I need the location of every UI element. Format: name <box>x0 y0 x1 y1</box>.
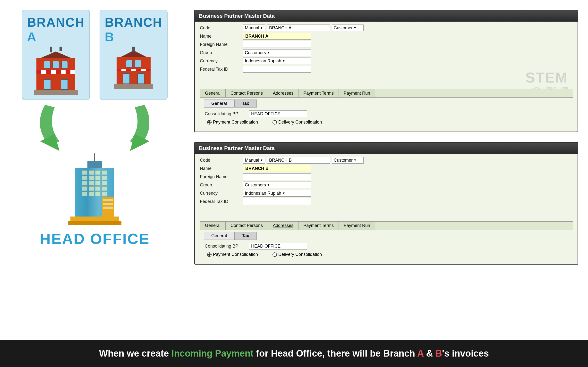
foreign-name-label-2: Foreign Name <box>200 174 241 179</box>
code-select-1[interactable]: Manual ▼ <box>243 25 265 31</box>
branches-row: BRANCH A <box>10 10 180 100</box>
group-select-2[interactable]: Customers ▼ <box>243 182 311 188</box>
dropdown-arrow-2: ▼ <box>260 158 263 162</box>
foreign-name-row-1: Foreign Name <box>200 41 573 48</box>
window <box>126 60 133 67</box>
ho-base2 <box>68 221 121 225</box>
tab-general-2[interactable]: General <box>200 222 226 230</box>
svg-marker-0 <box>40 134 60 151</box>
type-select-2[interactable]: Customer ▼ <box>332 157 364 164</box>
currency-label-1: Currency <box>200 58 241 64</box>
name-row-1: Name BRANCH A <box>200 33 573 40</box>
consolidating-input-1[interactable]: HEAD OFFICE <box>249 110 307 117</box>
consolidating-input-2[interactable]: HEAD OFFICE <box>249 243 307 250</box>
ho-windows-1 <box>77 170 112 175</box>
bp-form-1: Code Manual ▼ BRANCH A Customer ▼ Nam <box>195 22 578 132</box>
branch-b-code-input[interactable]: BRANCH B <box>267 157 330 164</box>
consolidating-section-2: Consolidating BP HEAD OFFICE Payment Con… <box>200 240 573 261</box>
sub-tab-tax-2[interactable]: Tax <box>234 232 257 240</box>
radio-payment-consolidation-1[interactable]: Payment Consolidation <box>207 120 258 125</box>
ho-windows-2 <box>77 176 112 180</box>
name-input-2[interactable]: BRANCH B <box>243 165 311 172</box>
windows-row-b <box>126 60 141 67</box>
type-select-1[interactable]: Customer ▼ <box>332 25 364 31</box>
tab-general-1[interactable]: General <box>200 89 226 97</box>
left-panel: BRANCH A <box>10 10 180 330</box>
main-tabs-2: General Contact Persons Addresses Paymen… <box>200 221 573 230</box>
group-dropdown-1: ▼ <box>267 51 270 54</box>
code-row-2: Code Manual ▼ BRANCH B Customer ▼ <box>200 157 573 164</box>
group-row-2: Group Customers ▼ <box>200 182 573 188</box>
tab-contact-persons-2[interactable]: Contact Persons <box>226 222 268 230</box>
group-dropdown-2: ▼ <box>267 183 270 187</box>
radio-filled-1 <box>208 121 211 124</box>
door-a <box>44 79 51 90</box>
watermark-area-1: STEM www.sterling-team.com <box>200 74 573 86</box>
sub-tab-general-2[interactable]: General <box>204 232 234 240</box>
currency-select-1[interactable]: Indonesian Rupiah ▼ <box>243 58 311 64</box>
code-row-1: Code Manual ▼ BRANCH A Customer ▼ <box>200 25 573 31</box>
name-input-1[interactable]: BRANCH A <box>243 33 311 40</box>
tab-payment-terms-1[interactable]: Payment Terms <box>298 89 339 97</box>
window <box>52 61 59 68</box>
head-office-title: HEAD OFFICE <box>40 230 150 247</box>
currency-select-2[interactable]: Indonesian Rupiah ▼ <box>243 190 311 197</box>
type-dropdown-arrow-1: ▼ <box>354 26 357 30</box>
radio-options-2: Payment Consolidation Delivery Consolida… <box>205 252 568 257</box>
federal-tax-input-1[interactable] <box>243 66 311 73</box>
branch-a-code-input[interactable]: BRANCH A <box>267 25 330 31</box>
radio-delivery-consolidation-1[interactable]: Delivery Consolidation <box>273 120 322 125</box>
sub-tab-tax-1[interactable]: Tax <box>234 100 257 108</box>
tab-addresses-2[interactable]: Addresses <box>268 222 298 230</box>
head-office-building <box>68 153 121 225</box>
window <box>135 60 141 67</box>
group-select-1[interactable]: Customers ▼ <box>243 49 311 56</box>
group-label-1: Group <box>200 50 241 55</box>
federal-tax-label-2: Federal Tax ID <box>200 199 241 204</box>
consolidating-section-1: Consolidating BP HEAD OFFICE Payment Con… <box>200 108 573 129</box>
roof-b <box>119 50 148 58</box>
radio-filled-2 <box>208 253 211 256</box>
radio-circle-empty-1 <box>273 120 277 125</box>
awning-a <box>36 70 75 74</box>
federal-tax-input-2[interactable] <box>243 198 311 205</box>
door-a2 <box>61 79 68 90</box>
branch-a-box: BRANCH A <box>22 10 90 100</box>
code-select-2[interactable]: Manual ▼ <box>243 157 265 164</box>
tab-payment-run-1[interactable]: Payment Run <box>339 89 375 97</box>
federal-tax-row-1: Federal Tax ID <box>200 66 573 73</box>
name-label-1: Name <box>200 34 241 39</box>
name-label-2: Name <box>200 166 241 171</box>
radio-delivery-consolidation-2[interactable]: Delivery Consolidation <box>273 252 322 257</box>
tab-contact-persons-1[interactable]: Contact Persons <box>226 89 268 97</box>
branch-a-building <box>34 47 78 95</box>
currency-dropdown-2: ▼ <box>282 192 285 195</box>
head-office-section: HEAD OFFICE <box>40 153 150 247</box>
sub-tab-general-1[interactable]: General <box>204 100 234 108</box>
branch-b-building <box>114 47 153 89</box>
stem-watermark-1: STEM www.sterling-team.com <box>525 69 568 90</box>
type-dropdown-arrow-2: ▼ <box>354 158 357 162</box>
ho-main <box>75 168 114 217</box>
antenna <box>94 153 95 161</box>
currency-row-2: Currency Indonesian Rupiah ▼ <box>200 190 573 197</box>
tab-payment-run-2[interactable]: Payment Run <box>339 222 375 230</box>
foreign-name-input-1[interactable] <box>243 41 311 48</box>
radio-options-1: Payment Consolidation Delivery Consolida… <box>205 120 568 125</box>
arrow-left <box>40 102 79 151</box>
body-a <box>36 58 75 90</box>
sub-tabs-1: General Tax <box>204 100 569 108</box>
group-label-2: Group <box>200 183 241 188</box>
tab-payment-terms-2[interactable]: Payment Terms <box>298 222 339 230</box>
banner-text: When we create Incoming Payment for Head… <box>99 348 489 359</box>
bp-form-2: Code Manual ▼ BRANCH B Customer ▼ Nam <box>195 154 578 264</box>
radio-payment-consolidation-2[interactable]: Payment Consolidation <box>207 252 258 257</box>
body-b <box>117 57 151 84</box>
tab-addresses-1[interactable]: Addresses <box>268 89 298 97</box>
bp-title-bar-1: Business Partner Master Data <box>195 10 578 22</box>
foreign-name-input-2[interactable] <box>243 173 311 180</box>
bp-window-branch-b: Business Partner Master Data Code Manual… <box>194 142 578 265</box>
consolidating-label-2: Consolidating BP <box>205 244 246 249</box>
name-row-2: Name BRANCH B <box>200 165 573 172</box>
group-row-1: Group Customers ▼ <box>200 49 573 56</box>
